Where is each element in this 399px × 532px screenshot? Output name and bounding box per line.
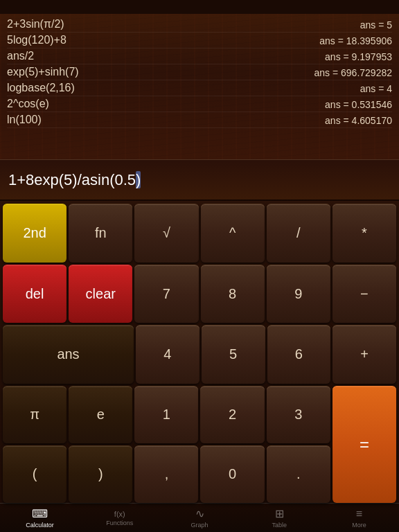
history-row: 2^cos(e)ans = 0.531546 <box>7 96 392 112</box>
rparen-button[interactable]: ) <box>69 445 132 503</box>
divide-button[interactable]: / <box>267 204 330 263</box>
plus-button[interactable]: + <box>332 325 396 384</box>
tab-graph-label: Graph <box>191 522 209 529</box>
expr-cursor: ) <box>136 171 141 188</box>
history-expr: 5log(120)+8 <box>7 34 66 46</box>
tab-bar: ⌨Calculatorf(x)Functions∿Graph⊞Table≡Mor… <box>0 503 399 532</box>
clear-button[interactable]: clear <box>69 265 132 323</box>
key-row-1: 2ndfn√^/* <box>3 204 396 263</box>
tab-table[interactable]: ⊞Table <box>240 504 319 532</box>
history-ans: ans = 4.605170 <box>281 115 392 126</box>
comma-button[interactable]: , <box>134 445 198 503</box>
tab-calculator-icon: ⌨ <box>32 507 48 520</box>
tab-more-icon: ≡ <box>356 508 362 520</box>
del-button[interactable]: del <box>3 265 66 323</box>
history-expr: logbase(2,16) <box>7 82 75 94</box>
tab-graph-icon: ∿ <box>195 507 204 520</box>
history-expr: 2^cos(e) <box>7 98 49 110</box>
tab-graph[interactable]: ∿Graph <box>159 504 239 532</box>
tab-more-label: More <box>352 522 366 529</box>
2-button[interactable]: 2 <box>200 386 264 443</box>
sqrt-button[interactable]: √ <box>134 204 198 263</box>
e-button[interactable]: e <box>69 386 132 443</box>
equals-button[interactable]: = <box>332 386 396 503</box>
lparen-button[interactable]: ( <box>3 445 66 503</box>
history-area: 2+3sin(π/2)ans = 55log(120)+8ans = 18.39… <box>0 14 399 159</box>
key-row-3: ans456+ <box>3 325 396 384</box>
tab-table-icon: ⊞ <box>275 507 284 520</box>
history-ans: ans = 4 <box>281 83 392 94</box>
history-ans: ans = 5 <box>281 19 392 30</box>
pi-button[interactable]: π <box>3 386 66 443</box>
tab-calculator-label: Calculator <box>26 522 54 529</box>
history-row: exp(5)+sinh(7)ans = 696.729282 <box>7 64 392 80</box>
history-ans: ans = 18.395906 <box>281 35 392 46</box>
keypad-area: 2ndfn√^/*delclear789−ans456+πe123=(),0. <box>0 201 399 503</box>
tab-functions-icon: f(x) <box>114 510 125 518</box>
history-expr: ln(100) <box>7 114 42 126</box>
history-row: 5log(120)+8ans = 18.395906 <box>7 33 392 48</box>
1-button[interactable]: 1 <box>134 386 198 443</box>
status-bar <box>0 0 399 14</box>
8-button[interactable]: 8 <box>201 265 265 323</box>
minus-button[interactable]: − <box>332 265 396 323</box>
multiply-button[interactable]: * <box>332 204 396 263</box>
current-expression: 1+8exp(5)/asin(0.5) <box>8 171 141 189</box>
tab-functions[interactable]: f(x)Functions <box>80 504 159 532</box>
5-button[interactable]: 5 <box>202 325 265 384</box>
2nd-button[interactable]: 2nd <box>3 204 66 263</box>
ans-button[interactable]: ans <box>3 325 134 384</box>
0-button[interactable]: 0 <box>200 445 264 503</box>
6-button[interactable]: 6 <box>267 325 331 384</box>
tab-calculator[interactable]: ⌨Calculator <box>0 504 80 532</box>
history-row: ln(100)ans = 4.605170 <box>7 112 392 128</box>
history-ans: ans = 0.531546 <box>281 99 392 110</box>
power-button[interactable]: ^ <box>201 204 265 263</box>
key-row-2: delclear789− <box>3 265 396 323</box>
history-row: 2+3sin(π/2)ans = 5 <box>7 17 392 33</box>
history-expr: 2+3sin(π/2) <box>7 18 64 30</box>
tab-table-label: Table <box>272 522 287 529</box>
3-button[interactable]: 3 <box>267 386 330 443</box>
fn-button[interactable]: fn <box>69 204 132 263</box>
history-ans: ans = 9.197953 <box>281 51 392 62</box>
history-row: ans/2ans = 9.197953 <box>7 48 392 64</box>
7-button[interactable]: 7 <box>134 265 198 323</box>
history-expr: exp(5)+sinh(7) <box>7 66 79 78</box>
expr-prefix: 1+8exp(5)/asin(0.5 <box>8 171 136 188</box>
tab-functions-label: Functions <box>106 520 133 526</box>
4-button[interactable]: 4 <box>136 325 200 384</box>
input-area[interactable]: 1+8exp(5)/asin(0.5) <box>0 159 399 201</box>
rows-4-5-grid: πe123=(),0. <box>3 386 396 503</box>
tab-more[interactable]: ≡More <box>319 504 399 532</box>
history-row: logbase(2,16)ans = 4 <box>7 80 392 96</box>
dot-button[interactable]: . <box>267 445 330 503</box>
9-button[interactable]: 9 <box>267 265 330 323</box>
history-ans: ans = 696.729282 <box>281 67 392 78</box>
history-expr: ans/2 <box>7 50 34 62</box>
